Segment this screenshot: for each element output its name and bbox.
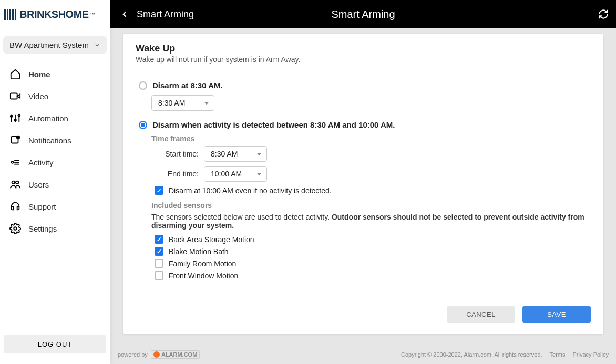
sidebar-item-label: Automation <box>28 114 68 123</box>
cancel-button[interactable]: CANCEL <box>447 306 515 323</box>
disarm-fixed-time-select[interactable]: 8:30 AM <box>151 95 214 111</box>
sidebar-item-automation[interactable]: Automation <box>0 107 110 129</box>
sidebar-item-support[interactable]: Support <box>0 195 110 217</box>
main-area: Smart Arming Smart Arming Wake Up Wake u… <box>110 0 616 364</box>
sidebar-item-video[interactable]: Video <box>0 85 110 107</box>
end-time-select[interactable]: 10:00 AM <box>204 166 267 182</box>
sensors-help-text: The sensors selected below are used to d… <box>151 213 591 230</box>
sidebar-item-label: Home <box>28 70 50 79</box>
checkbox-checked-icon: ✓ <box>155 247 163 256</box>
timeframes-label: Time frames <box>151 134 591 143</box>
sidebar-item-label: Notifications <box>28 136 71 145</box>
checkbox-checked-icon: ✓ <box>155 186 163 195</box>
sidebar-nav: Home Video Automation Notifications <box>0 61 110 240</box>
sidebar-item-settings[interactable]: Settings <box>0 217 110 240</box>
sliders-icon <box>9 112 21 124</box>
brand-name: BRINKSHOME <box>19 8 89 20</box>
fallback-disarm-checkbox-row[interactable]: ✓ Disarm at 10:00 AM even if no activity… <box>155 186 591 195</box>
swoosh-icon <box>153 351 160 358</box>
notification-icon <box>9 134 21 146</box>
divider <box>136 71 591 71</box>
home-icon <box>9 68 21 80</box>
sensor-checkbox-row[interactable]: ✓ Blake Motion Bath <box>155 247 591 256</box>
end-time-label: End time: <box>151 170 199 178</box>
start-time-row: Start time: 8:30 AM <box>151 146 591 162</box>
video-icon <box>9 90 21 102</box>
start-time-label: Start time: <box>151 150 199 158</box>
sidebar-item-label: Video <box>28 92 48 101</box>
gear-icon <box>9 223 21 234</box>
sensor-label: Blake Motion Bath <box>169 247 229 256</box>
svg-point-14 <box>12 181 15 184</box>
checkbox-unchecked-icon <box>155 271 163 280</box>
radio-selected-icon <box>139 121 147 129</box>
svg-point-10 <box>12 161 14 163</box>
sensor-label: Front Window Motion <box>169 272 238 280</box>
wakeup-subhead: Wake up will not run if your system is i… <box>136 55 591 64</box>
sidebar-item-label: Settings <box>28 224 57 233</box>
disarm-fixed-label: Disarm at 8:30 AM. <box>152 81 223 90</box>
chevron-down-icon <box>94 42 100 48</box>
activity-icon <box>9 157 21 168</box>
sidebar-item-activity[interactable]: Activity <box>0 151 110 173</box>
sidebar-item-label: Activity <box>28 158 54 167</box>
brand-logo: BRINKSHOME™ <box>0 3 110 36</box>
radio-unselected-icon <box>139 81 147 90</box>
sensor-checkbox-row[interactable]: Front Window Motion <box>155 271 591 280</box>
included-sensors-heading: Included sensors <box>151 201 591 210</box>
alarmcom-brand: ALARM.COM <box>161 351 197 358</box>
sensor-checkbox-row[interactable]: ✓ Back Area Storage Motion <box>155 235 591 244</box>
topbar: Smart Arming Smart Arming <box>110 0 616 28</box>
sensors-help-plain: The sensors selected below are used to d… <box>151 213 332 221</box>
select-value: 10:00 AM <box>211 170 242 178</box>
svg-point-9 <box>17 136 20 139</box>
refresh-button[interactable] <box>598 9 609 19</box>
select-value: 8:30 AM <box>158 99 185 107</box>
sensor-checkbox-row[interactable]: Family Room Motion <box>155 259 591 268</box>
footer: powered by ALARM.COM Copyright © 2000-20… <box>110 347 616 364</box>
system-selector[interactable]: BW Apartment System <box>3 36 107 54</box>
sensor-label: Back Area Storage Motion <box>169 235 254 244</box>
content-area: Wake Up Wake up will not run if your sys… <box>110 28 616 347</box>
start-time-select[interactable]: 8:30 AM <box>204 146 267 162</box>
back-button[interactable] <box>118 7 131 21</box>
disarm-activity-option[interactable]: Disarm when activity is detected between… <box>139 120 591 129</box>
terms-link[interactable]: Terms <box>550 351 566 358</box>
privacy-link[interactable]: Privacy Policy <box>573 351 609 358</box>
checkbox-checked-icon: ✓ <box>155 235 163 244</box>
sidebar-item-users[interactable]: Users <box>0 173 110 195</box>
powered-by-label: powered by <box>118 351 148 358</box>
svg-point-15 <box>16 181 18 184</box>
sidebar: BRINKSHOME™ BW Apartment System Home Vid… <box>0 0 110 364</box>
wakeup-card: Wake Up Wake up will not run if your sys… <box>123 34 603 334</box>
sidebar-item-label: Users <box>28 180 49 189</box>
users-icon <box>9 179 21 190</box>
system-selector-label: BW Apartment System <box>9 40 89 49</box>
select-value: 8:30 AM <box>211 150 238 158</box>
page-title: Smart Arming <box>331 8 395 20</box>
copyright-text: Copyright © 2000-2022, Alarm.com. All ri… <box>401 351 542 358</box>
wakeup-heading: Wake Up <box>136 43 591 54</box>
sidebar-item-label: Support <box>28 202 56 211</box>
svg-rect-0 <box>11 93 17 99</box>
disarm-activity-label: Disarm when activity is detected between… <box>152 120 395 129</box>
sensor-label: Family Room Motion <box>169 259 236 268</box>
breadcrumb[interactable]: Smart Arming <box>137 9 194 20</box>
powered-by: powered by ALARM.COM <box>118 350 200 359</box>
end-time-row: End time: 10:00 AM <box>151 166 591 182</box>
sidebar-item-home[interactable]: Home <box>0 63 110 85</box>
alarmcom-logo: ALARM.COM <box>151 350 200 359</box>
svg-point-16 <box>14 227 17 230</box>
fallback-disarm-label: Disarm at 10:00 AM even if no activity i… <box>169 186 332 195</box>
button-row: CANCEL SAVE <box>136 306 591 323</box>
disarm-fixed-option[interactable]: Disarm at 8:30 AM. <box>139 81 591 90</box>
sidebar-item-notifications[interactable]: Notifications <box>0 129 110 151</box>
logout-button[interactable]: LOG OUT <box>4 335 106 353</box>
checkbox-unchecked-icon <box>155 259 163 268</box>
headset-icon <box>9 201 21 212</box>
save-button[interactable]: SAVE <box>522 306 591 323</box>
